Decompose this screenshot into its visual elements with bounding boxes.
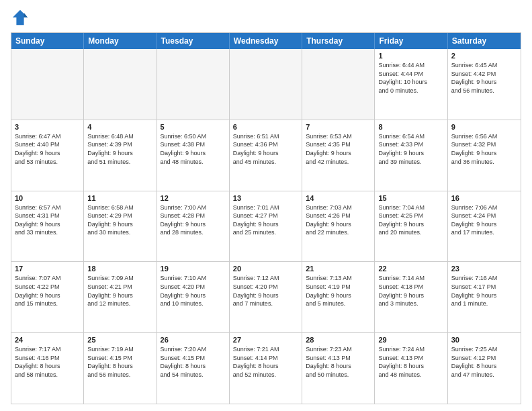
calendar-cell: 8Sunrise: 6:54 AM Sunset: 4:33 PM Daylig… [375,120,447,191]
calendar-cell: 12Sunrise: 7:00 AM Sunset: 4:28 PM Dayli… [157,191,230,262]
calendar-cell: 24Sunrise: 7:17 AM Sunset: 4:16 PM Dayli… [11,333,84,404]
logo [11,8,32,27]
day-number: 28 [306,336,371,344]
cell-info: Sunrise: 7:19 AM Sunset: 4:15 PM Dayligh… [87,345,152,379]
day-number: 22 [378,265,443,273]
calendar-cell [157,49,230,120]
calendar-row-3: 17Sunrise: 7:07 AM Sunset: 4:22 PM Dayli… [11,261,521,332]
calendar-cell: 20Sunrise: 7:12 AM Sunset: 4:20 PM Dayli… [230,262,302,332]
calendar-cell: 7Sunrise: 6:53 AM Sunset: 4:35 PM Daylig… [302,120,375,191]
calendar-cell: 3Sunrise: 6:47 AM Sunset: 4:40 PM Daylig… [11,120,84,191]
calendar-cell: 11Sunrise: 6:58 AM Sunset: 4:29 PM Dayli… [84,191,157,262]
day-number: 3 [15,123,80,131]
calendar-row-4: 24Sunrise: 7:17 AM Sunset: 4:16 PM Dayli… [11,332,521,404]
calendar-body: 1Sunrise: 6:44 AM Sunset: 4:44 PM Daylig… [11,49,521,404]
calendar-cell [230,49,302,120]
weekday-header-monday: Monday [84,33,157,49]
calendar-cell: 17Sunrise: 7:07 AM Sunset: 4:22 PM Dayli… [11,262,84,332]
day-number: 10 [15,194,80,202]
calendar-cell [302,49,375,120]
cell-info: Sunrise: 7:09 AM Sunset: 4:21 PM Dayligh… [87,274,152,308]
day-number: 15 [378,194,443,202]
calendar-cell: 14Sunrise: 7:03 AM Sunset: 4:26 PM Dayli… [302,191,375,262]
day-number: 5 [161,123,226,131]
calendar: SundayMondayTuesdayWednesdayThursdayFrid… [11,32,521,404]
day-number: 2 [451,52,517,60]
day-number: 14 [306,194,371,202]
cell-info: Sunrise: 6:56 AM Sunset: 4:32 PM Dayligh… [451,132,517,166]
calendar-cell: 18Sunrise: 7:09 AM Sunset: 4:21 PM Dayli… [84,262,157,332]
svg-marker-1 [24,13,28,17]
calendar-cell [11,49,84,120]
day-number: 12 [161,194,226,202]
day-number: 19 [161,265,226,273]
day-number: 21 [306,265,371,273]
cell-info: Sunrise: 7:23 AM Sunset: 4:13 PM Dayligh… [306,345,371,379]
calendar-cell: 30Sunrise: 7:25 AM Sunset: 4:12 PM Dayli… [448,333,521,404]
calendar-cell [84,49,157,120]
cell-info: Sunrise: 6:53 AM Sunset: 4:35 PM Dayligh… [306,132,371,166]
calendar-cell: 1Sunrise: 6:44 AM Sunset: 4:44 PM Daylig… [375,49,447,120]
weekday-header-sunday: Sunday [11,33,84,49]
cell-info: Sunrise: 7:03 AM Sunset: 4:26 PM Dayligh… [306,203,371,237]
cell-info: Sunrise: 7:21 AM Sunset: 4:14 PM Dayligh… [233,345,298,379]
cell-info: Sunrise: 7:04 AM Sunset: 4:25 PM Dayligh… [378,203,443,237]
calendar-row-0: 1Sunrise: 6:44 AM Sunset: 4:44 PM Daylig… [11,49,521,120]
weekday-header-saturday: Saturday [448,33,521,49]
day-number: 17 [15,265,80,273]
cell-info: Sunrise: 6:45 AM Sunset: 4:42 PM Dayligh… [451,61,517,95]
calendar-cell: 29Sunrise: 7:24 AM Sunset: 4:13 PM Dayli… [375,333,447,404]
day-number: 29 [378,336,443,344]
cell-info: Sunrise: 7:24 AM Sunset: 4:13 PM Dayligh… [378,345,443,379]
day-number: 24 [15,336,80,344]
logo-icon [11,8,30,27]
day-number: 6 [233,123,298,131]
cell-info: Sunrise: 6:51 AM Sunset: 4:36 PM Dayligh… [233,132,298,166]
cell-info: Sunrise: 7:01 AM Sunset: 4:27 PM Dayligh… [233,203,298,237]
calendar-cell: 5Sunrise: 6:50 AM Sunset: 4:38 PM Daylig… [157,120,230,191]
page: SundayMondayTuesdayWednesdayThursdayFrid… [0,0,532,411]
cell-info: Sunrise: 6:54 AM Sunset: 4:33 PM Dayligh… [378,132,443,166]
calendar-cell: 27Sunrise: 7:21 AM Sunset: 4:14 PM Dayli… [230,333,302,404]
calendar-cell: 21Sunrise: 7:13 AM Sunset: 4:19 PM Dayli… [302,262,375,332]
day-number: 16 [451,194,517,202]
day-number: 25 [87,336,152,344]
day-number: 26 [161,336,226,344]
calendar-cell: 10Sunrise: 6:57 AM Sunset: 4:31 PM Dayli… [11,191,84,262]
day-number: 13 [233,194,298,202]
calendar-row-1: 3Sunrise: 6:47 AM Sunset: 4:40 PM Daylig… [11,120,521,191]
calendar-cell: 2Sunrise: 6:45 AM Sunset: 4:42 PM Daylig… [448,49,521,120]
cell-info: Sunrise: 7:10 AM Sunset: 4:20 PM Dayligh… [161,274,226,308]
calendar-cell: 19Sunrise: 7:10 AM Sunset: 4:20 PM Dayli… [157,262,230,332]
day-number: 18 [87,265,152,273]
cell-info: Sunrise: 6:50 AM Sunset: 4:38 PM Dayligh… [161,132,226,166]
day-number: 11 [87,194,152,202]
day-number: 1 [378,52,443,60]
calendar-header: SundayMondayTuesdayWednesdayThursdayFrid… [11,33,521,49]
day-number: 4 [87,123,152,131]
cell-info: Sunrise: 7:16 AM Sunset: 4:17 PM Dayligh… [451,274,517,308]
weekday-header-thursday: Thursday [302,33,375,49]
cell-info: Sunrise: 7:07 AM Sunset: 4:22 PM Dayligh… [15,274,80,308]
cell-info: Sunrise: 6:57 AM Sunset: 4:31 PM Dayligh… [15,203,80,237]
calendar-cell: 6Sunrise: 6:51 AM Sunset: 4:36 PM Daylig… [230,120,302,191]
cell-info: Sunrise: 7:20 AM Sunset: 4:15 PM Dayligh… [161,345,226,379]
cell-info: Sunrise: 6:44 AM Sunset: 4:44 PM Dayligh… [378,61,443,95]
cell-info: Sunrise: 7:13 AM Sunset: 4:19 PM Dayligh… [306,274,371,308]
calendar-cell: 25Sunrise: 7:19 AM Sunset: 4:15 PM Dayli… [84,333,157,404]
calendar-row-2: 10Sunrise: 6:57 AM Sunset: 4:31 PM Dayli… [11,191,521,262]
cell-info: Sunrise: 7:12 AM Sunset: 4:20 PM Dayligh… [233,274,298,308]
day-number: 23 [451,265,517,273]
calendar-cell: 13Sunrise: 7:01 AM Sunset: 4:27 PM Dayli… [230,191,302,262]
header [11,8,521,27]
calendar-cell: 16Sunrise: 7:06 AM Sunset: 4:24 PM Dayli… [448,191,521,262]
calendar-cell: 22Sunrise: 7:14 AM Sunset: 4:18 PM Dayli… [375,262,447,332]
day-number: 9 [451,123,517,131]
weekday-header-tuesday: Tuesday [157,33,230,49]
cell-info: Sunrise: 7:06 AM Sunset: 4:24 PM Dayligh… [451,203,517,237]
calendar-cell: 9Sunrise: 6:56 AM Sunset: 4:32 PM Daylig… [448,120,521,191]
cell-info: Sunrise: 7:14 AM Sunset: 4:18 PM Dayligh… [378,274,443,308]
cell-info: Sunrise: 7:00 AM Sunset: 4:28 PM Dayligh… [161,203,226,237]
calendar-cell: 4Sunrise: 6:48 AM Sunset: 4:39 PM Daylig… [84,120,157,191]
cell-info: Sunrise: 6:48 AM Sunset: 4:39 PM Dayligh… [87,132,152,166]
